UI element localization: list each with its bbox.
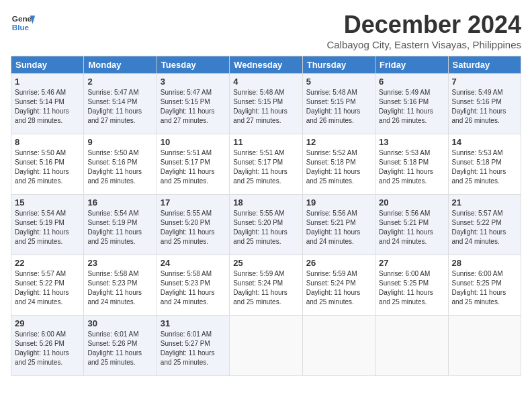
header: General Blue December 2024 Calbayog City… [11,11,521,50]
day-info: Sunrise: 6:01 AM Sunset: 5:27 PM Dayligh… [161,330,226,367]
header-row: Sunday Monday Tuesday Wednesday Thursday… [11,56,521,74]
day-info: Sunrise: 5:50 AM Sunset: 5:16 PM Dayligh… [87,148,152,186]
day-number: 16 [87,197,152,208]
day-number: 25 [233,258,298,268]
day-number: 8 [15,137,80,147]
col-saturday: Saturday [448,56,521,74]
day-info: Sunrise: 5:57 AM Sunset: 5:22 PM Dayligh… [15,269,80,307]
day-info: Sunrise: 5:47 AM Sunset: 5:14 PM Dayligh… [87,88,152,126]
day-number: 1 [15,77,80,87]
day-info: Sunrise: 5:58 AM Sunset: 5:23 PM Dayligh… [161,269,226,307]
calendar-cell: 7 Sunrise: 5:49 AM Sunset: 5:16 PM Dayli… [448,74,521,134]
col-wednesday: Wednesday [230,56,302,74]
day-info: Sunrise: 5:59 AM Sunset: 5:24 PM Dayligh… [233,269,298,307]
day-number: 22 [15,258,80,268]
svg-text:Blue: Blue [12,23,30,32]
day-info: Sunrise: 5:58 AM Sunset: 5:23 PM Dayligh… [87,269,152,307]
calendar-cell: 11 Sunrise: 5:51 AM Sunset: 5:17 PM Dayl… [230,134,302,195]
calendar-cell: 26 Sunrise: 5:59 AM Sunset: 5:24 PM Dayl… [302,255,375,316]
calendar-cell: 6 Sunrise: 5:49 AM Sunset: 5:16 PM Dayli… [375,74,448,134]
day-number: 18 [233,197,298,208]
day-info: Sunrise: 6:01 AM Sunset: 5:26 PM Dayligh… [87,330,152,367]
day-number: 12 [306,137,371,147]
day-info: Sunrise: 5:59 AM Sunset: 5:24 PM Dayligh… [306,269,371,307]
month-title: December 2024 [326,11,521,39]
calendar-cell [448,316,521,376]
calendar-cell: 21 Sunrise: 5:57 AM Sunset: 5:22 PM Dayl… [448,195,521,255]
day-info: Sunrise: 5:49 AM Sunset: 5:16 PM Dayligh… [452,88,517,126]
calendar-cell: 30 Sunrise: 6:01 AM Sunset: 5:26 PM Dayl… [84,316,157,376]
calendar-row: 8 Sunrise: 5:50 AM Sunset: 5:16 PM Dayli… [11,134,521,195]
day-info: Sunrise: 5:55 AM Sunset: 5:20 PM Dayligh… [161,209,226,246]
day-number: 6 [379,77,444,87]
day-number: 11 [233,137,298,147]
day-info: Sunrise: 5:53 AM Sunset: 5:18 PM Dayligh… [452,148,517,186]
calendar-cell: 9 Sunrise: 5:50 AM Sunset: 5:16 PM Dayli… [84,134,157,195]
day-info: Sunrise: 6:00 AM Sunset: 5:25 PM Dayligh… [379,269,444,307]
calendar-cell [375,316,448,376]
day-info: Sunrise: 5:49 AM Sunset: 5:16 PM Dayligh… [379,88,444,126]
day-info: Sunrise: 5:51 AM Sunset: 5:17 PM Dayligh… [161,148,226,186]
day-info: Sunrise: 5:56 AM Sunset: 5:21 PM Dayligh… [379,209,444,246]
day-number: 3 [161,77,226,87]
calendar-cell: 17 Sunrise: 5:55 AM Sunset: 5:20 PM Dayl… [157,195,229,255]
day-number: 23 [87,258,152,268]
day-number: 21 [452,197,517,208]
calendar-cell: 22 Sunrise: 5:57 AM Sunset: 5:22 PM Dayl… [11,255,84,316]
calendar-cell: 31 Sunrise: 6:01 AM Sunset: 5:27 PM Dayl… [157,316,229,376]
calendar-table: Sunday Monday Tuesday Wednesday Thursday… [11,56,521,376]
calendar-cell: 29 Sunrise: 6:00 AM Sunset: 5:26 PM Dayl… [11,316,84,376]
calendar-cell: 24 Sunrise: 5:58 AM Sunset: 5:23 PM Dayl… [157,255,229,316]
day-info: Sunrise: 5:53 AM Sunset: 5:18 PM Dayligh… [379,148,444,186]
calendar-cell: 27 Sunrise: 6:00 AM Sunset: 5:25 PM Dayl… [375,255,448,316]
day-info: Sunrise: 5:50 AM Sunset: 5:16 PM Dayligh… [15,148,80,186]
col-friday: Friday [375,56,448,74]
calendar-cell: 15 Sunrise: 5:54 AM Sunset: 5:19 PM Dayl… [11,195,84,255]
calendar-cell: 2 Sunrise: 5:47 AM Sunset: 5:14 PM Dayli… [84,74,157,134]
calendar-cell: 28 Sunrise: 6:00 AM Sunset: 5:25 PM Dayl… [448,255,521,316]
day-number: 29 [15,318,80,328]
calendar-cell: 13 Sunrise: 5:53 AM Sunset: 5:18 PM Dayl… [375,134,448,195]
calendar-row: 15 Sunrise: 5:54 AM Sunset: 5:19 PM Dayl… [11,195,521,255]
day-info: Sunrise: 5:55 AM Sunset: 5:20 PM Dayligh… [233,209,298,246]
day-info: Sunrise: 5:51 AM Sunset: 5:17 PM Dayligh… [233,148,298,186]
calendar-cell: 25 Sunrise: 5:59 AM Sunset: 5:24 PM Dayl… [230,255,302,316]
day-info: Sunrise: 5:47 AM Sunset: 5:15 PM Dayligh… [161,88,226,126]
day-number: 17 [161,197,226,208]
day-number: 30 [87,318,152,328]
col-monday: Monday [84,56,157,74]
calendar-cell: 1 Sunrise: 5:46 AM Sunset: 5:14 PM Dayli… [11,74,84,134]
day-number: 4 [233,77,298,87]
day-info: Sunrise: 5:46 AM Sunset: 5:14 PM Dayligh… [15,88,80,126]
day-info: Sunrise: 6:00 AM Sunset: 5:26 PM Dayligh… [15,330,80,367]
day-number: 13 [379,137,444,147]
location-title: Calbayog City, Eastern Visayas, Philippi… [326,39,521,50]
day-info: Sunrise: 5:54 AM Sunset: 5:19 PM Dayligh… [87,209,152,246]
calendar-cell: 3 Sunrise: 5:47 AM Sunset: 5:15 PM Dayli… [157,74,229,134]
day-info: Sunrise: 5:48 AM Sunset: 5:15 PM Dayligh… [306,88,371,126]
calendar-cell: 5 Sunrise: 5:48 AM Sunset: 5:15 PM Dayli… [302,74,375,134]
day-number: 5 [306,77,371,87]
day-number: 19 [306,197,371,208]
calendar-cell [230,316,302,376]
day-number: 10 [161,137,226,147]
col-tuesday: Tuesday [157,56,229,74]
col-thursday: Thursday [302,56,375,74]
calendar-row: 22 Sunrise: 5:57 AM Sunset: 5:22 PM Dayl… [11,255,521,316]
day-number: 9 [87,137,152,147]
calendar-cell: 23 Sunrise: 5:58 AM Sunset: 5:23 PM Dayl… [84,255,157,316]
title-area: December 2024 Calbayog City, Eastern Vis… [326,11,521,50]
day-number: 26 [306,258,371,268]
calendar-cell: 10 Sunrise: 5:51 AM Sunset: 5:17 PM Dayl… [157,134,229,195]
col-sunday: Sunday [11,56,84,74]
day-number: 15 [15,197,80,208]
calendar-cell: 16 Sunrise: 5:54 AM Sunset: 5:19 PM Dayl… [84,195,157,255]
day-number: 24 [161,258,226,268]
day-number: 20 [379,197,444,208]
calendar-row: 29 Sunrise: 6:00 AM Sunset: 5:26 PM Dayl… [11,316,521,376]
day-info: Sunrise: 5:48 AM Sunset: 5:15 PM Dayligh… [233,88,298,126]
day-info: Sunrise: 5:57 AM Sunset: 5:22 PM Dayligh… [452,209,517,246]
calendar-cell: 14 Sunrise: 5:53 AM Sunset: 5:18 PM Dayl… [448,134,521,195]
logo: General Blue [11,11,35,35]
calendar-cell: 12 Sunrise: 5:52 AM Sunset: 5:18 PM Dayl… [302,134,375,195]
